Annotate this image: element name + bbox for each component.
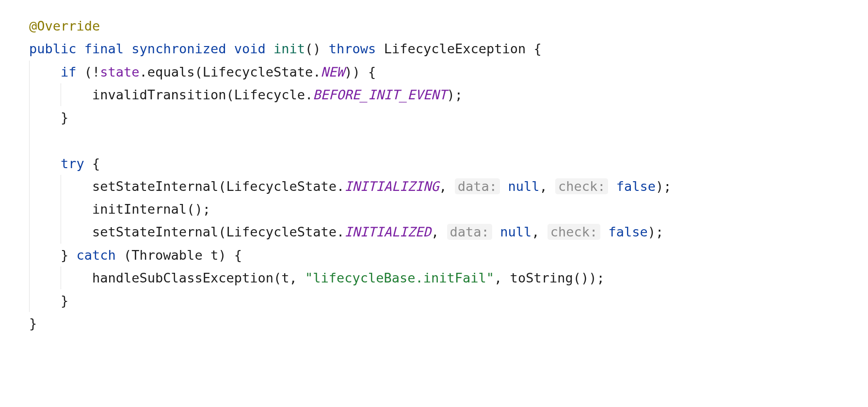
- kw-null-1: null: [508, 179, 539, 194]
- type-lifecyclestate-2: LifecycleState: [226, 179, 337, 194]
- const-before-init-event: BEFORE_INIT_EVENT: [313, 87, 447, 102]
- param-hint-data-1: data:: [455, 178, 500, 194]
- kw-null-2: null: [500, 224, 531, 239]
- kw-void: void: [234, 41, 266, 56]
- method-name: init: [273, 41, 305, 56]
- kw-false-2: false: [608, 224, 647, 239]
- kw-catch: catch: [77, 248, 116, 263]
- const-initializing: INITIALIZING: [344, 179, 439, 194]
- call-equals: .equals(: [140, 64, 203, 79]
- type-lifecyclestate-3: LifecycleState: [226, 224, 337, 239]
- call-handlesubclassexception: handleSubClassException(t,: [92, 270, 305, 285]
- param-hint-check-2: check:: [547, 224, 601, 240]
- string-initfail: "lifecycleBase.initFail": [305, 270, 494, 285]
- field-state: state: [100, 64, 139, 79]
- param-hint-data-2: data:: [447, 224, 492, 240]
- kw-if: if: [61, 64, 77, 79]
- type-lifecycle: Lifecycle: [234, 87, 305, 102]
- catch-param: (Throwable t) {: [124, 248, 242, 263]
- const-new: NEW: [321, 64, 345, 79]
- handle-tail: , toString());: [494, 270, 605, 285]
- code-block: @Override public final synchronized void…: [0, 0, 868, 350]
- kw-try: try: [61, 156, 84, 171]
- type-lifecyclestate: LifecycleState: [203, 64, 313, 79]
- call-setstateinternal-1: setStateInternal(: [92, 179, 226, 194]
- kw-throws: throws: [329, 41, 376, 56]
- annotation-override: @Override: [29, 18, 100, 33]
- call-setstateinternal-2: setStateInternal(: [92, 224, 226, 239]
- kw-synchronized: synchronized: [131, 41, 226, 56]
- call-invalidtransition: invalidTransition(: [92, 87, 234, 102]
- kw-public: public: [29, 41, 77, 56]
- const-initialized: INITIALIZED: [344, 224, 431, 239]
- exception-type: LifecycleException: [384, 41, 526, 56]
- kw-false-1: false: [616, 179, 656, 194]
- kw-final: final: [84, 41, 124, 56]
- param-hint-check-1: check:: [555, 178, 609, 194]
- call-initinternal: initInternal();: [92, 202, 210, 217]
